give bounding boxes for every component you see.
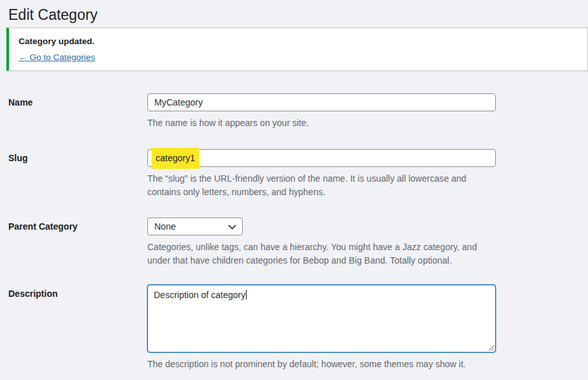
chevron-down-icon — [228, 225, 236, 230]
name-help-text: The name is how it appears on your site. — [147, 116, 496, 130]
notice: Category updated. ← Go to Categories — [6, 28, 588, 71]
name-input[interactable] — [147, 93, 496, 111]
edit-category-form: Name The name is how it appears on your … — [0, 93, 588, 371]
page-title: Edit Category — [0, 0, 588, 24]
slug-label: Slug — [0, 149, 147, 164]
description-text: Description of category — [154, 290, 245, 300]
parent-category-selected-value: None — [154, 221, 176, 232]
notice-message: Category updated. — [19, 36, 578, 46]
description-textarea[interactable]: Description of category — [147, 285, 496, 352]
go-to-categories-link[interactable]: ← Go to Categories — [19, 52, 95, 62]
parent-category-row: Parent Category None Categories, unlike … — [0, 218, 588, 267]
name-row: Name The name is how it appears on your … — [0, 93, 588, 130]
slug-row: Slug category1 The “slug” is the URL-fri… — [0, 149, 588, 199]
name-label: Name — [0, 93, 147, 109]
notice-link-line: ← Go to Categories — [19, 52, 578, 62]
description-label: Description — [0, 285, 147, 300]
text-caret — [246, 290, 247, 299]
parent-category-help-text: Categories, unlike tags, can have a hier… — [147, 241, 496, 267]
slug-input[interactable]: category1 — [147, 149, 496, 167]
slug-value-highlighted: category1 — [152, 148, 199, 169]
slug-help-text: The “slug” is the URL-friendly version o… — [147, 172, 496, 199]
resize-handle-icon[interactable] — [487, 344, 494, 351]
parent-category-select[interactable]: None — [147, 218, 243, 235]
description-help-text: The description is not prominent by defa… — [147, 358, 496, 371]
parent-category-label: Parent Category — [0, 218, 147, 233]
description-row: Description Description of category The … — [0, 285, 588, 371]
